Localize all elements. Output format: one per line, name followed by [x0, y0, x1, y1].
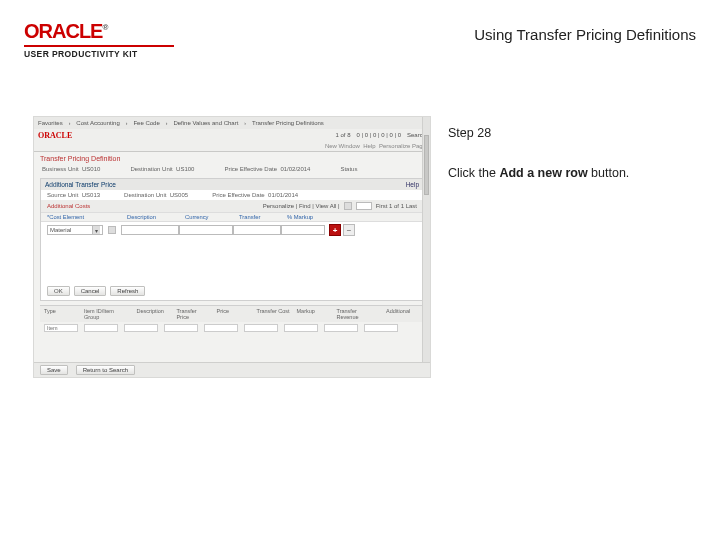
new-window-link[interactable]: New Window [325, 143, 360, 149]
grid-find-input[interactable] [356, 202, 372, 210]
subheader: Additional Costs [47, 203, 90, 209]
help-link[interactable]: Help [363, 143, 375, 149]
description-input[interactable] [121, 225, 179, 235]
transfer-input[interactable] [233, 225, 281, 235]
lower-grid: Type Item ID/Item Group Description Tran… [40, 305, 424, 334]
grid-row: Material ▾ + − [41, 222, 423, 238]
desc-field[interactable] [124, 324, 158, 332]
breadcrumb-bar: Favorites › Cost Accounting › Fee Code ›… [34, 117, 430, 129]
grid-find-icon[interactable] [344, 202, 352, 210]
panel-title: Additional Transfer Price [45, 181, 116, 188]
crumb[interactable]: Cost Accounting [76, 120, 119, 126]
crumb[interactable]: Fee Code [133, 120, 159, 126]
chevron-down-icon: ▾ [92, 226, 100, 234]
addl-field[interactable] [364, 324, 398, 332]
currency-input[interactable] [179, 225, 233, 235]
grid-header: *Cost Element Description Currency Trans… [41, 212, 423, 222]
grid-rowinfo: First 1 of 1 Last [376, 203, 417, 209]
app-screenshot: Favorites › Cost Accounting › Fee Code ›… [33, 116, 431, 378]
price-field[interactable] [164, 324, 198, 332]
ok-button[interactable]: OK [47, 286, 70, 296]
type-field[interactable]: Item [44, 324, 78, 332]
page-header: Transfer Pricing Definition [40, 155, 120, 162]
counter: 1 of 8 [335, 132, 350, 138]
return-button[interactable]: Return to Search [76, 365, 135, 375]
cancel-button[interactable]: Cancel [74, 286, 107, 296]
page-title: Using Transfer Pricing Definitions [474, 26, 696, 43]
crumb[interactable]: Define Values and Chart [173, 120, 238, 126]
additional-transfer-price-panel: Additional Transfer Price Help Source Un… [40, 178, 424, 301]
item-field[interactable] [84, 324, 118, 332]
counter: 0 | 0 | 0 | 0 | 0 | 0 [357, 132, 401, 138]
instruction-text: Click the Add a new row button. [448, 166, 629, 180]
rev-field[interactable] [324, 324, 358, 332]
product-name: USER PRODUCTIVITY KIT [24, 49, 174, 59]
delete-row-button[interactable]: − [343, 224, 355, 236]
markup-input[interactable] [281, 225, 325, 235]
vertical-scrollbar[interactable] [422, 117, 430, 377]
price2-field[interactable] [204, 324, 238, 332]
du-label: Destination Unit US100 [130, 166, 194, 172]
oracle-logo: ORACLE® [24, 20, 174, 43]
grid-tools[interactable]: Personalize | Find | View All | [263, 203, 340, 209]
panel-help-link[interactable]: Help [406, 181, 419, 188]
grid-blank-area [41, 238, 423, 282]
refresh-button[interactable]: Refresh [110, 286, 145, 296]
app-logo: ORACLE [38, 131, 72, 140]
eff-date: Price Effective Date 01/01/2014 [212, 192, 298, 198]
crumb[interactable]: Transfer Pricing Definitions [252, 120, 324, 126]
src-unit: Source Unit US013 [47, 192, 100, 198]
cost-field[interactable] [244, 324, 278, 332]
cost-element-select[interactable]: Material ▾ [47, 225, 103, 235]
crumb[interactable]: Favorites [38, 120, 63, 126]
save-button[interactable]: Save [40, 365, 68, 375]
status-label: Status [340, 166, 357, 172]
eff-label: Price Effective Date 01/02/2014 [224, 166, 310, 172]
dest-unit: Destination Unit US005 [124, 192, 188, 198]
lookup-icon[interactable] [108, 226, 116, 234]
add-row-button[interactable]: + [329, 224, 341, 236]
personalize-link[interactable]: Personalize Page [379, 143, 426, 149]
markup-field[interactable] [284, 324, 318, 332]
bu-label: Business Unit US010 [42, 166, 100, 172]
logo-rule [24, 45, 174, 47]
step-label: Step 28 [448, 126, 629, 140]
